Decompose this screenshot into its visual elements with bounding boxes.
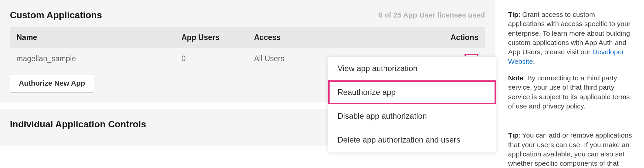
menu-disable-authorization[interactable]: Disable app authorization (328, 104, 496, 128)
column-header-name: Name (16, 33, 181, 42)
note-third-party: Note: By connecting to a third party ser… (508, 73, 633, 111)
tip-individual-controls: Tip: You can add or remove applications … (508, 131, 633, 168)
tip-label: Tip (508, 11, 518, 18)
help-sidebar: Tip: Grant access to custom applications… (501, 0, 640, 168)
apps-table-header: Name App Users Access Actions (10, 27, 485, 48)
column-header-access: Access (254, 33, 435, 42)
authorize-new-app-button[interactable]: Authorize New App (10, 74, 94, 93)
custom-applications-panel: Custom Applications 0 of 25 App User lic… (0, 0, 495, 103)
app-name-cell: magellan_sample (16, 54, 181, 63)
tip-text-2: : You can add or remove applications tha… (508, 131, 632, 167)
actions-dropdown-menu: View app authorization Reauthorize app D… (328, 56, 496, 152)
menu-delete-authorization[interactable]: Delete app authorization and users (328, 128, 496, 152)
app-users-cell: 0 (181, 54, 254, 63)
menu-view-authorization[interactable]: View app authorization (328, 57, 496, 80)
column-header-users: App Users (181, 33, 254, 42)
individual-controls-title: Individual Application Controls (10, 119, 146, 130)
tip-label-2: Tip (508, 131, 518, 139)
custom-applications-title: Custom Applications (10, 10, 102, 21)
column-header-actions: Actions (435, 33, 478, 42)
note-label: Note (508, 74, 524, 82)
license-usage-text: 0 of 25 App User licenses used (378, 11, 485, 20)
tip-custom-apps: Tip: Grant access to custom applications… (508, 10, 633, 66)
menu-reauthorize-app[interactable]: Reauthorize app (328, 80, 496, 104)
tip-text-after: . (533, 58, 535, 65)
note-text: : By connecting to a third party service… (508, 74, 630, 110)
